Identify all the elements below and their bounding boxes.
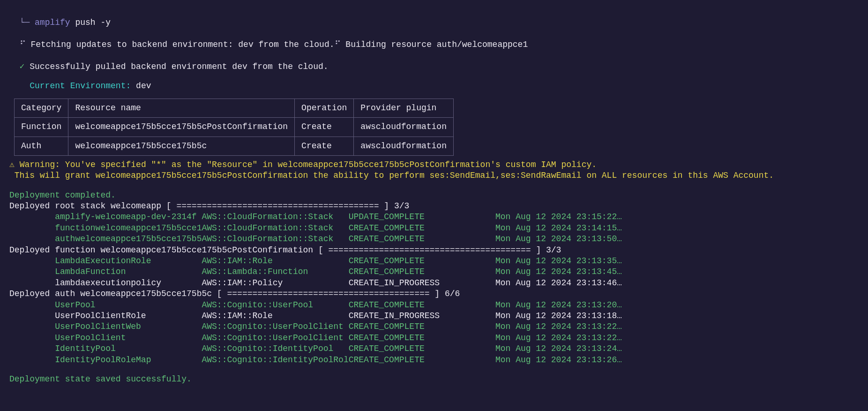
deploy-timestamp: Mon Aug 12 2024 23:13:50… <box>495 234 622 244</box>
col-provider-plugin: Provider plugin <box>354 99 454 117</box>
deploy-resource-type: AWS::Cognito::UserPoolClient <box>202 321 348 332</box>
deploy-resource-type: AWS::CloudFormation::Stack <box>202 212 348 222</box>
fetch-text: Fetching updates to backend environment:… <box>30 40 334 49</box>
deploy-resource-name: lambdaexecutionpolicy <box>55 278 202 289</box>
deploy-resource-type: AWS::Cognito::UserPoolClient <box>202 333 348 343</box>
cell-category: Function <box>15 118 68 137</box>
deploy-resource-name: amplify-welcomeapp-dev-2314f <box>55 212 202 222</box>
fetch-build-line: ⠋ Fetching updates to backend environmen… <box>9 29 859 51</box>
deploy-resource-name: functionwelcomeappce175b5cce1… <box>55 223 202 234</box>
deploy-resource-type: AWS::Lambda::Function <box>202 266 348 277</box>
deploy-timestamp: Mon Aug 12 2024 23:13:45… <box>495 266 622 277</box>
deploy-timestamp: Mon Aug 12 2024 23:15:22… <box>495 212 622 222</box>
col-category: Category <box>15 99 68 117</box>
deploy-timestamp: Mon Aug 12 2024 23:13:22… <box>495 321 622 332</box>
table-header-row: Category Resource name Operation Provide… <box>15 99 454 117</box>
cell-resource-name: welcomeappce175b5cce175b5cPostConfirmati… <box>68 118 295 137</box>
prompt-corner-icon: └─ <box>20 18 30 27</box>
deploy-status: CREATE_IN_PROGRESS <box>349 278 495 289</box>
deploy-timestamp: Mon Aug 12 2024 23:13:35… <box>495 256 622 266</box>
deployment-row: UserPoolClientWebAWS::Cognito::UserPoolC… <box>9 321 859 332</box>
deploy-resource-name: UserPoolClientWeb <box>55 321 202 332</box>
deployment-row: UserPoolClientRoleAWS::IAM::RoleCREATE_I… <box>9 311 859 321</box>
deploy-timestamp: Mon Aug 12 2024 23:13:46… <box>495 278 622 289</box>
spinner-icon: ⠋ <box>20 40 26 49</box>
warning-line-2: This will grant welcomeappce175b5cce175b… <box>9 170 859 181</box>
deploy-status: CREATE_COMPLETE <box>349 300 495 311</box>
stack-header: Deployed function welcomeappce175b5cce17… <box>9 245 859 256</box>
deployment-row: functionwelcomeappce175b5cce1…AWS::Cloud… <box>9 223 859 234</box>
success-line: ✓ Successfully pulled backend environmen… <box>9 51 859 73</box>
deploy-resource-type: AWS::IAM::Role <box>202 311 348 321</box>
stack-header: Deployed root stack welcomeapp [ =======… <box>9 201 859 212</box>
deploy-timestamp: Mon Aug 12 2024 23:14:15… <box>495 223 622 234</box>
deploy-status: CREATE_IN_PROGRESS <box>349 311 495 321</box>
deploy-resource-type: AWS::IAM::Role <box>202 256 348 266</box>
deployment-row: lambdaexecutionpolicyAWS::IAM::PolicyCRE… <box>9 278 859 289</box>
deploy-timestamp: Mon Aug 12 2024 23:13:18… <box>495 311 622 321</box>
deployment-row: LambdaFunctionAWS::Lambda::FunctionCREAT… <box>9 266 859 277</box>
deploy-status: CREATE_COMPLETE <box>349 266 495 277</box>
deploy-resource-name: UserPool <box>55 300 202 311</box>
deploy-status: CREATE_COMPLETE <box>349 343 495 354</box>
cell-provider: awscloudformation <box>354 137 454 155</box>
deploy-status: UPDATE_COMPLETE <box>349 212 495 222</box>
deploy-status: CREATE_COMPLETE <box>349 234 495 244</box>
deploy-timestamp: Mon Aug 12 2024 23:13:26… <box>495 355 622 365</box>
check-icon: ✓ <box>20 62 25 71</box>
command-name: amplify <box>35 18 70 27</box>
cell-provider: awscloudformation <box>354 118 454 137</box>
deploy-resource-type: AWS::CloudFormation::Stack <box>202 223 348 234</box>
deploy-resource-type: AWS::Cognito::IdentityPool <box>202 343 348 354</box>
table-row: Function welcomeappce175b5cce175b5cPostC… <box>15 118 454 137</box>
deployment-row: IdentityPoolAWS::Cognito::IdentityPoolCR… <box>9 343 859 354</box>
deployment-row: UserPoolAWS::Cognito::UserPoolCREATE_COM… <box>9 300 859 311</box>
deploy-resource-name: UserPoolClient <box>55 333 202 343</box>
deploy-status: CREATE_COMPLETE <box>349 321 495 332</box>
deployment-completed: Deployment completed. <box>9 190 859 201</box>
table-row: Auth welcomeappce175b5cce175b5c Create a… <box>15 137 454 155</box>
spinner-icon: ⠋ <box>335 40 341 49</box>
cell-operation: Create <box>295 137 354 155</box>
deploy-resource-name: UserPoolClientRole <box>55 311 202 321</box>
deploy-resource-type: AWS::IAM::Policy <box>202 278 348 289</box>
deploy-timestamp: Mon Aug 12 2024 23:13:24… <box>495 343 622 354</box>
deploy-resource-name: LambdaExecutionRole <box>55 256 202 266</box>
deployment-stacks: Deployed root stack welcomeapp [ =======… <box>9 201 859 365</box>
deploy-resource-type: AWS::Cognito::UserPool <box>202 300 348 311</box>
resources-table: Category Resource name Operation Provide… <box>14 99 454 156</box>
deploy-resource-type: AWS::CloudFormation::Stack <box>202 234 348 244</box>
environment-value: dev <box>136 81 151 91</box>
warning-icon: ⚠ <box>9 160 15 169</box>
deployment-row: IdentityPoolRoleMapAWS::Cognito::Identit… <box>9 355 859 365</box>
deploy-resource-name: authwelcomeappce175b5cce175b5c <box>55 234 202 244</box>
success-text: Successfully pulled backend environment … <box>30 62 328 71</box>
col-resource-name: Resource name <box>68 99 295 117</box>
command-line: └─ amplify push -y <box>9 7 859 29</box>
environment-label: Current Environment: <box>30 81 131 91</box>
deployment-row: LambdaExecutionRoleAWS::IAM::RoleCREATE_… <box>9 256 859 266</box>
deploy-resource-name: IdentityPool <box>55 343 202 354</box>
stack-header: Deployed auth welcomeappce175b5cce175b5c… <box>9 289 859 299</box>
warning-line-1: ⚠ Warning: You've specified "*" as the "… <box>9 160 859 170</box>
col-operation: Operation <box>295 99 354 117</box>
cell-operation: Create <box>295 118 354 137</box>
deployment-row: amplify-welcomeapp-dev-2314fAWS::CloudFo… <box>9 212 859 222</box>
deployment-state-saved: Deployment state saved successfully. <box>9 374 859 385</box>
build-text: Building resource auth/welcomeappce1 <box>345 40 528 49</box>
cell-category: Auth <box>15 137 68 155</box>
deploy-status: CREATE_COMPLETE <box>349 333 495 343</box>
warning-text-2: This will grant welcomeappce175b5cce175b… <box>9 171 774 180</box>
deploy-resource-type: AWS::Cognito::IdentityPoolRol… <box>202 355 348 365</box>
command-args: push -y <box>75 18 111 27</box>
deploy-resource-name: LambdaFunction <box>55 266 202 277</box>
warning-text-1: Warning: You've specified "*" as the "Re… <box>20 160 597 169</box>
cell-resource-name: welcomeappce175b5cce175b5c <box>68 137 295 155</box>
deploy-timestamp: Mon Aug 12 2024 23:13:22… <box>495 333 622 343</box>
deployment-row: authwelcomeappce175b5cce175b5cAWS::Cloud… <box>9 234 859 244</box>
deploy-status: CREATE_COMPLETE <box>349 256 495 266</box>
deploy-status: CREATE_COMPLETE <box>349 355 495 365</box>
deploy-timestamp: Mon Aug 12 2024 23:13:20… <box>495 300 622 311</box>
deployment-row: UserPoolClientAWS::Cognito::UserPoolClie… <box>9 333 859 343</box>
environment-line: Current Environment: dev <box>9 81 859 91</box>
